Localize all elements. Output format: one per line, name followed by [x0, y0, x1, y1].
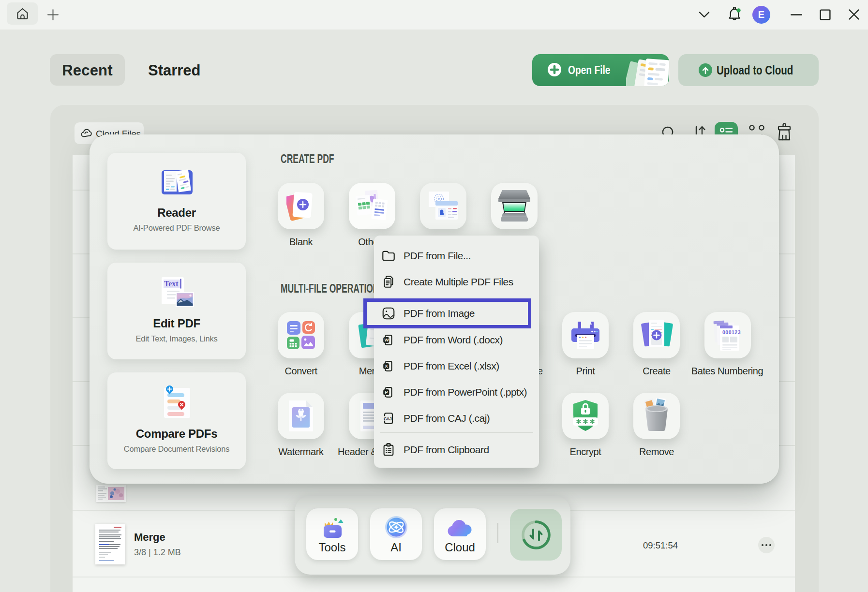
svg-text:W: W — [384, 337, 389, 342]
svg-text:000123: 000123 — [722, 329, 741, 335]
svg-text:X: X — [385, 363, 388, 369]
svg-text:Text: Text — [164, 280, 179, 288]
svg-text:P: P — [385, 389, 388, 395]
svg-text:CAJ: CAJ — [384, 416, 392, 421]
